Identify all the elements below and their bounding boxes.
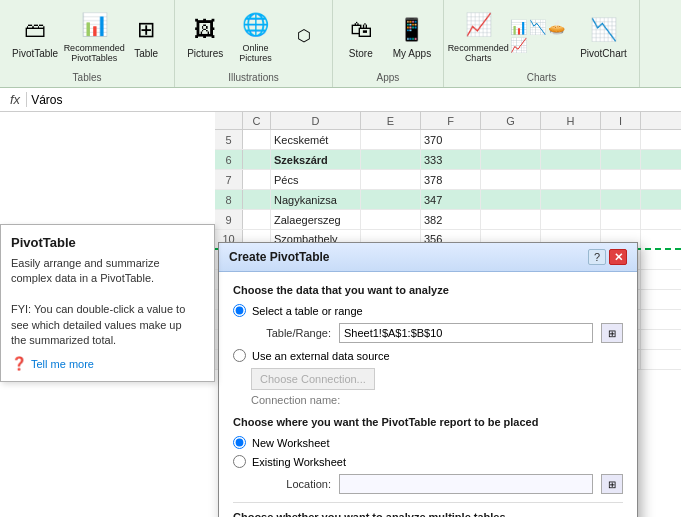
- ribbon-group-apps: 🛍 Store 📱 My Apps Apps: [333, 0, 444, 87]
- cell-5-i[interactable]: [601, 130, 641, 149]
- online-pictures-button[interactable]: 🌐 OnlinePictures: [233, 5, 278, 67]
- cell-7-e[interactable]: [361, 170, 421, 189]
- picker-icon: ⊞: [608, 328, 616, 339]
- fx-label: fx: [4, 92, 27, 107]
- cell-9-d[interactable]: Zalaegerszeg: [271, 210, 361, 229]
- col-headers: C D E F G H I: [215, 112, 681, 130]
- chart-type-buttons: 📊 📉 🥧 📈: [510, 19, 570, 53]
- tooltip-panel: PivotTable Easily arrange and summarizec…: [0, 224, 215, 382]
- col-header-f: F: [421, 112, 481, 129]
- table-range-picker-button[interactable]: ⊞: [601, 323, 623, 343]
- cell-6-g[interactable]: [481, 150, 541, 169]
- col-header-i: I: [601, 112, 641, 129]
- radio-group-data-source: Select a table or range Table/Range: ⊞ U…: [233, 304, 623, 406]
- row-num-9: 9: [215, 210, 243, 229]
- radio-select-table-row: Select a table or range: [233, 304, 623, 317]
- cell-9-i[interactable]: [601, 210, 641, 229]
- cell-5-h[interactable]: [541, 130, 601, 149]
- pivot-chart-icon: 📉: [587, 14, 619, 46]
- cell-9-f[interactable]: 382: [421, 210, 481, 229]
- radio-external-row: Use an external data source: [233, 349, 623, 362]
- pie-chart-icon[interactable]: 🥧: [548, 19, 565, 35]
- ribbon-group-illustrations-items: 🖼 Pictures 🌐 OnlinePictures ⬡: [181, 4, 326, 68]
- cell-6-h[interactable]: [541, 150, 601, 169]
- cell-6-f[interactable]: 333: [421, 150, 481, 169]
- location-input[interactable]: [339, 474, 593, 494]
- radio-new-worksheet-row: New Worksheet: [233, 436, 623, 449]
- dialog-body: Choose the data that you want to analyze…: [219, 272, 637, 517]
- cell-6-e[interactable]: [361, 150, 421, 169]
- cell-5-g[interactable]: [481, 130, 541, 149]
- cell-7-d[interactable]: Pécs: [271, 170, 361, 189]
- cell-8-d[interactable]: Nagykanizsa: [271, 190, 361, 209]
- cell-8-i[interactable]: [601, 190, 641, 209]
- cell-5-c[interactable]: [243, 130, 271, 149]
- cell-8-f[interactable]: 347: [421, 190, 481, 209]
- store-label: Store: [349, 48, 373, 59]
- radio-external[interactable]: [233, 349, 246, 362]
- recommended-charts-button[interactable]: 📈 RecommendedCharts: [450, 5, 506, 67]
- help-icon: ❓: [11, 356, 27, 371]
- recommended-pivot-icon: 📊: [78, 9, 110, 41]
- shapes-button[interactable]: ⬡: [282, 15, 326, 57]
- store-button[interactable]: 🛍 Store: [339, 10, 383, 63]
- cell-9-h[interactable]: [541, 210, 601, 229]
- cell-7-i[interactable]: [601, 170, 641, 189]
- cell-8-c[interactable]: [243, 190, 271, 209]
- cell-5-f[interactable]: 370: [421, 130, 481, 149]
- dialog-close-button[interactable]: ✕: [609, 249, 627, 265]
- choose-connection-button[interactable]: Choose Connection...: [251, 368, 375, 390]
- pivot-table-label: PivotTable: [12, 48, 58, 59]
- cell-6-i[interactable]: [601, 150, 641, 169]
- table-range-field-row: Table/Range: ⊞: [251, 323, 623, 343]
- row-header-spacer: [215, 112, 243, 129]
- cell-7-g[interactable]: [481, 170, 541, 189]
- radio-select-table[interactable]: [233, 304, 246, 317]
- recommended-charts-icon: 📈: [462, 9, 494, 41]
- cell-7-h[interactable]: [541, 170, 601, 189]
- dialog-help-button[interactable]: ?: [588, 249, 606, 265]
- radio-existing-worksheet-row: Existing Worksheet: [233, 455, 623, 468]
- cell-5-e[interactable]: [361, 130, 421, 149]
- radio-new-worksheet[interactable]: [233, 436, 246, 449]
- location-picker-button[interactable]: ⊞: [601, 474, 623, 494]
- pictures-button[interactable]: 🖼 Pictures: [181, 10, 229, 63]
- cell-9-e[interactable]: [361, 210, 421, 229]
- row-num-7: 7: [215, 170, 243, 189]
- cell-7-f[interactable]: 378: [421, 170, 481, 189]
- pivot-chart-label: PivotChart: [580, 48, 627, 59]
- cell-6-c[interactable]: [243, 150, 271, 169]
- cell-6-d[interactable]: Szekszárd: [271, 150, 361, 169]
- cell-8-g[interactable]: [481, 190, 541, 209]
- cell-8-h[interactable]: [541, 190, 601, 209]
- pivot-table-button[interactable]: 🗃 PivotTable: [6, 10, 64, 63]
- tell-me-more-link[interactable]: ❓ Tell me more: [11, 356, 204, 371]
- my-apps-button[interactable]: 📱 My Apps: [387, 10, 437, 63]
- table-row: 5 Kecskemét 370: [215, 130, 681, 150]
- tell-me-more-label: Tell me more: [31, 358, 94, 370]
- section3: Choose whether you want to analyze multi…: [233, 502, 623, 517]
- radio-existing-worksheet-label: Existing Worksheet: [252, 456, 346, 468]
- line-chart-icon[interactable]: 📉: [529, 19, 546, 35]
- choose-connection-btn-row: Choose Connection...: [251, 368, 623, 390]
- table-button[interactable]: ⊞ Table: [124, 10, 168, 63]
- recommended-pivot-button[interactable]: 📊 RecommendedPivotTables: [68, 5, 120, 67]
- table-range-input[interactable]: [339, 323, 593, 343]
- area-chart-icon[interactable]: 📈: [510, 37, 527, 53]
- row-num-8: 8: [215, 190, 243, 209]
- radio-existing-worksheet[interactable]: [233, 455, 246, 468]
- ribbon-group-tables: 🗃 PivotTable 📊 RecommendedPivotTables ⊞ …: [0, 0, 175, 87]
- row-num-5: 5: [215, 130, 243, 149]
- dialog-title: Create PivotTable: [229, 250, 329, 264]
- table-icon: ⊞: [130, 14, 162, 46]
- cell-5-d[interactable]: Kecskemét: [271, 130, 361, 149]
- radio-external-label: Use an external data source: [252, 350, 390, 362]
- bar-chart-icon[interactable]: 📊: [510, 19, 527, 35]
- cell-9-g[interactable]: [481, 210, 541, 229]
- formula-bar-input[interactable]: [31, 93, 677, 107]
- cell-9-c[interactable]: [243, 210, 271, 229]
- cell-7-c[interactable]: [243, 170, 271, 189]
- cell-8-e[interactable]: [361, 190, 421, 209]
- pivot-chart-button[interactable]: 📉 PivotChart: [574, 10, 633, 63]
- pivot-table-icon: 🗃: [19, 14, 51, 46]
